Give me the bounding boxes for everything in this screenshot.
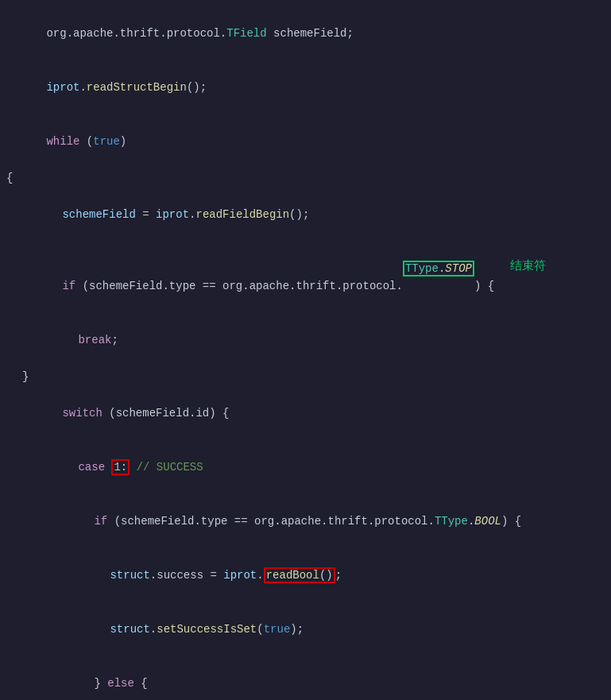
code-container: org.apache.thrift.protocol.TField scheme… [0, 0, 611, 700]
code-line-1: org.apache.thrift.protocol.TField scheme… [0, 6, 611, 60]
jieshufu-annotation: 结束符 [510, 257, 546, 274]
case1-highlight: 1: [111, 459, 130, 475]
code-line-14: } else { [0, 656, 611, 700]
code-line-9: switch (schemeField.id) { [0, 386, 611, 440]
code-line-6: if (schemeField.type == org.apache.thrif… [0, 242, 611, 313]
ttype-stop-highlight: TType.STOP [403, 261, 474, 277]
code-line-10: case 1: // SUCCESS [0, 440, 611, 494]
code-line-13: struct.setSuccessIsSet(true); [0, 602, 611, 656]
code-line-7: break; [0, 313, 611, 367]
readbool-highlight: readBool() [264, 567, 335, 583]
code-line-4: { [0, 168, 611, 188]
code-line-11: if (schemeField.type == org.apache.thrif… [0, 494, 611, 548]
code-line-12: struct.success = iprot.readBool(); [0, 548, 611, 602]
code-line-3: while (true) [0, 114, 611, 168]
code-line-8: } [0, 367, 611, 386]
code-line-2: iprot.readStructBegin(); [0, 60, 611, 114]
code-line-5: schemeField = iprot.readFieldBegin(); [0, 188, 611, 242]
